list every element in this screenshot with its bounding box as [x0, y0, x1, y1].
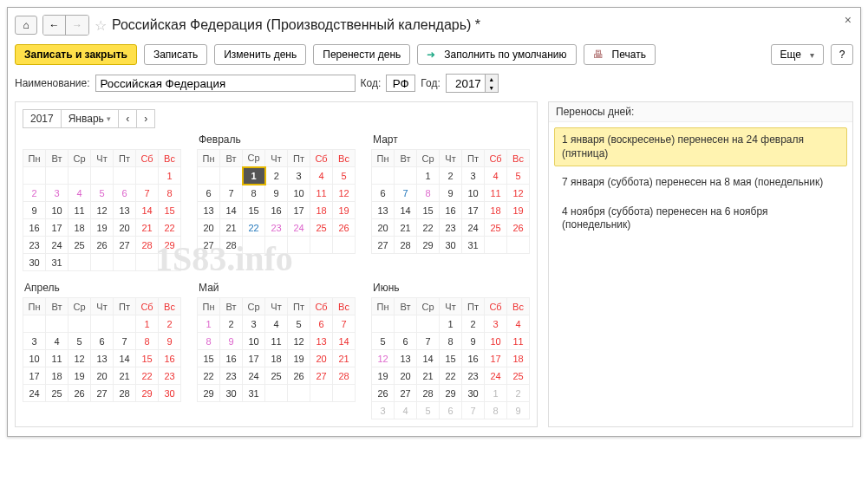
calendar-day[interactable]: 4 [395, 402, 417, 419]
calendar-day[interactable]: 27 [372, 237, 395, 254]
calendar-day[interactable]: 11 [69, 202, 91, 219]
calendar-day[interactable]: 21 [136, 219, 159, 237]
calendar-day[interactable]: 19 [507, 202, 530, 219]
calendar-day[interactable]: 18 [310, 202, 333, 219]
calendar-day[interactable]: 13 [198, 202, 220, 219]
calendar-day[interactable]: 4 [310, 167, 333, 185]
calendar-day[interactable]: 16 [462, 350, 485, 367]
calendar-day[interactable]: 5 [333, 167, 356, 185]
calendar-day[interactable]: 7 [417, 333, 440, 350]
close-icon[interactable]: × [845, 13, 852, 27]
calendar-day[interactable]: 3 [243, 315, 265, 333]
calendar-day[interactable]: 18 [485, 202, 507, 219]
calendar-day[interactable]: 13 [310, 333, 333, 350]
calendar-day[interactable]: 22 [159, 219, 181, 237]
nav-back-button[interactable]: ← [43, 16, 66, 35]
help-button[interactable]: ? [831, 44, 853, 65]
calendar-day[interactable]: 14 [220, 202, 243, 219]
calendar-day[interactable]: 18 [507, 350, 530, 367]
nav-forward-button[interactable]: → [66, 16, 88, 35]
calendar-day[interactable]: 15 [243, 202, 265, 219]
calendar-day[interactable]: 7 [462, 402, 485, 419]
calendar-day[interactable]: 22 [243, 219, 265, 237]
calendar-day[interactable]: 2 [440, 167, 462, 185]
calendar-day[interactable]: 3 [462, 167, 485, 185]
calendar-day[interactable]: 9 [23, 202, 46, 219]
calendar-day[interactable]: 21 [114, 367, 136, 385]
calendar-day[interactable]: 28 [417, 385, 440, 402]
print-button[interactable]: Печать [584, 44, 656, 65]
calendar-day[interactable]: 8 [243, 185, 265, 202]
calendar-day[interactable]: 22 [136, 367, 159, 385]
calendar-day[interactable]: 13 [91, 350, 114, 367]
calendar-day[interactable]: 18 [69, 219, 91, 237]
calendar-day[interactable]: 20 [114, 219, 136, 237]
calendar-day[interactable]: 5 [372, 333, 395, 350]
calendar-day[interactable]: 1 [198, 315, 220, 333]
calendar-day[interactable]: 21 [333, 350, 356, 367]
calendar-day[interactable]: 19 [288, 350, 310, 367]
calendar-day[interactable]: 9 [159, 333, 181, 350]
calendar-day[interactable]: 23 [23, 237, 46, 254]
calendar-day[interactable]: 26 [69, 385, 91, 402]
name-input[interactable] [95, 75, 356, 92]
calendar-day[interactable]: 25 [46, 385, 69, 402]
calendar-day[interactable]: 6 [310, 315, 333, 333]
calendar-day[interactable]: 15 [159, 202, 181, 219]
calendar-day[interactable]: 31 [243, 385, 265, 402]
calendar-day[interactable]: 3 [372, 402, 395, 419]
calendar-day[interactable]: 1 [417, 167, 440, 185]
calendar-day[interactable]: 24 [462, 219, 485, 237]
calendar-day[interactable]: 28 [136, 237, 159, 254]
calendar-day[interactable]: 23 [265, 219, 288, 237]
month-next-button[interactable]: › [137, 109, 155, 128]
calendar-day[interactable]: 9 [462, 333, 485, 350]
calendar-day[interactable]: 12 [372, 350, 395, 367]
calendar-day[interactable]: 23 [462, 367, 485, 385]
calendar-day[interactable]: 23 [440, 219, 462, 237]
calendar-day[interactable]: 3 [485, 315, 507, 333]
calendar-day[interactable]: 9 [220, 333, 243, 350]
calendar-day[interactable]: 7 [333, 315, 356, 333]
transfer-item[interactable]: 1 января (воскресенье) перенесен на 24 ф… [554, 127, 847, 166]
calendar-day[interactable]: 6 [198, 185, 220, 202]
calendar-day[interactable]: 9 [440, 185, 462, 202]
calendar-day[interactable]: 29 [159, 237, 181, 254]
calendar-day[interactable]: 25 [507, 367, 530, 385]
calendar-day[interactable]: 9 [265, 185, 288, 202]
calendar-day[interactable]: 19 [91, 219, 114, 237]
calendar-day[interactable]: 15 [136, 350, 159, 367]
calendar-day[interactable]: 13 [372, 202, 395, 219]
calendar-day[interactable]: 26 [288, 367, 310, 385]
favorite-icon[interactable]: ☆ [95, 17, 107, 34]
calendar-day[interactable]: 30 [159, 385, 181, 402]
calendar-day[interactable]: 30 [462, 385, 485, 402]
month-prev-button[interactable]: ‹ [119, 109, 137, 128]
calendar-day[interactable]: 24 [23, 385, 46, 402]
calendar-day[interactable]: 22 [198, 367, 220, 385]
calendar-day[interactable]: 13 [114, 202, 136, 219]
calendar-day[interactable]: 4 [69, 185, 91, 202]
calendar-day[interactable]: 3 [23, 333, 46, 350]
calendar-day[interactable]: 20 [372, 219, 395, 237]
calendar-day[interactable]: 2 [507, 385, 530, 402]
calendar-day[interactable]: 20 [198, 219, 220, 237]
calendar-day[interactable]: 15 [440, 350, 462, 367]
calendar-day[interactable]: 12 [69, 350, 91, 367]
calendar-day[interactable]: 14 [333, 333, 356, 350]
calendar-day[interactable]: 14 [395, 202, 417, 219]
transfer-item[interactable]: 7 января (суббота) перенесен на 8 мая (п… [554, 170, 847, 196]
calendar-day[interactable]: 20 [310, 350, 333, 367]
calendar-day[interactable]: 11 [310, 185, 333, 202]
calendar-day[interactable]: 28 [220, 237, 243, 254]
calendar-day[interactable]: 1 [136, 315, 159, 333]
year-select[interactable]: 2017 [23, 109, 62, 128]
calendar-day[interactable]: 19 [69, 367, 91, 385]
calendar-day[interactable]: 10 [243, 333, 265, 350]
calendar-day[interactable]: 14 [417, 350, 440, 367]
calendar-day[interactable]: 23 [220, 367, 243, 385]
calendar-day[interactable]: 22 [417, 219, 440, 237]
calendar-day[interactable]: 25 [69, 237, 91, 254]
calendar-day[interactable]: 30 [220, 385, 243, 402]
fill-default-button[interactable]: Заполнить по умолчанию [417, 44, 576, 65]
